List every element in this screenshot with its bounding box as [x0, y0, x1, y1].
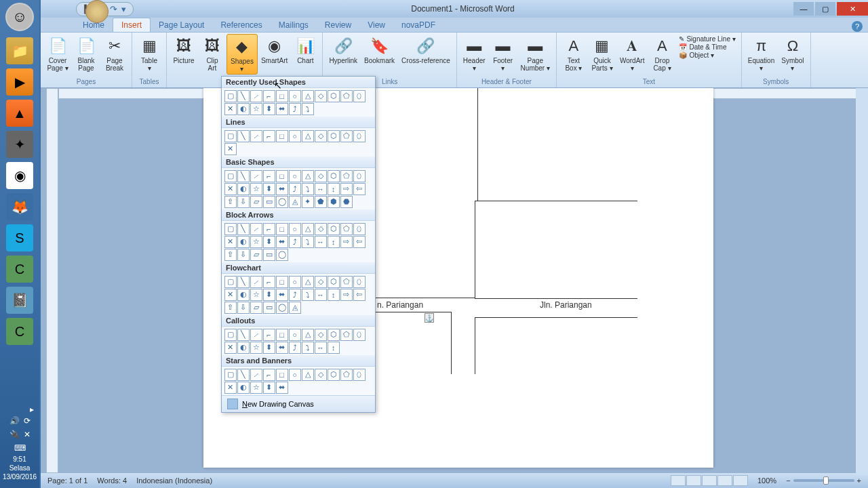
taskbar-chrome[interactable]: ◉ [6, 162, 33, 189]
shape-option[interactable]: △ [302, 369, 314, 381]
shape-option[interactable]: △ [302, 90, 314, 102]
shape-option[interactable]: ⟋ [250, 276, 262, 288]
shape-option[interactable]: □ [276, 170, 288, 182]
shape-option[interactable]: ⤴ [289, 183, 301, 195]
shape-option[interactable]: ⬡ [328, 276, 340, 288]
shape-option[interactable]: ○ [289, 170, 301, 182]
shape-option[interactable]: ☆ [250, 103, 262, 115]
shape-option[interactable]: ⤴ [289, 289, 301, 301]
shape-option[interactable]: ◇ [315, 276, 327, 288]
shape-option[interactable]: ⬌ [276, 382, 288, 394]
shape-option[interactable]: ▢ [224, 130, 237, 142]
shape-option[interactable]: ⟋ [250, 329, 262, 341]
shape-option[interactable]: ▢ [224, 170, 237, 182]
shape-option[interactable]: ⬌ [276, 236, 288, 248]
shape-option[interactable]: ⇧ [224, 302, 237, 314]
shape-option[interactable]: ⇩ [237, 302, 250, 314]
shape-option[interactable]: ⇩ [237, 196, 250, 208]
shape-option[interactable]: ⇧ [224, 249, 237, 261]
taskbar-vlc[interactable]: ▲ [6, 100, 33, 127]
shape-option[interactable]: ☆ [250, 289, 262, 301]
qat-redo-icon[interactable]: ↷ [110, 4, 117, 14]
shape-option[interactable]: ▭ [263, 196, 275, 208]
tray-icons[interactable]: 🔊⟳ [9, 416, 31, 426]
shape-option[interactable]: ⬍ [263, 289, 275, 301]
shape-option[interactable]: ○ [289, 90, 301, 102]
shape-option[interactable]: ◐ [237, 342, 250, 354]
shape-option[interactable]: ↕ [328, 289, 340, 301]
shape-option[interactable]: ↔ [315, 342, 327, 354]
help-icon[interactable]: ? [852, 21, 863, 32]
shape-option[interactable]: ⬌ [276, 183, 288, 195]
shape-option[interactable]: ○ [289, 223, 301, 235]
anchor-icon[interactable]: ⚓ [425, 313, 434, 323]
minimize-button[interactable]: — [793, 2, 814, 16]
shape-option[interactable]: ☆ [250, 382, 262, 394]
ribbon-cover[interactable]: 📄CoverPage ▾ [43, 34, 72, 73]
shape-option[interactable]: ▢ [224, 223, 237, 235]
shape-option[interactable]: ⤴ [289, 103, 301, 115]
shape-rect-5[interactable] [475, 317, 637, 374]
shape-option[interactable]: △ [302, 130, 314, 142]
shape-option[interactable]: ⬟ [315, 196, 327, 208]
ribbon-bookmark[interactable]: 🔖Bookmark [361, 34, 398, 66]
shape-option[interactable]: ◬ [289, 196, 301, 208]
shape-option[interactable]: ⬡ [328, 130, 340, 142]
shape-option[interactable]: ⟋ [250, 90, 262, 102]
shape-option[interactable]: ◐ [237, 236, 250, 248]
shape-option[interactable]: ⤵ [302, 103, 314, 115]
shape-option[interactable]: ╲ [237, 130, 250, 142]
shape-option[interactable]: ↔ [315, 183, 327, 195]
ribbon-table[interactable]: ▦Table▾ [135, 34, 163, 73]
shape-option[interactable]: ⬍ [263, 382, 275, 394]
shape-option[interactable]: △ [302, 329, 314, 341]
ribbon-hyperlink[interactable]: 🔗Hyperlink [326, 34, 361, 66]
shape-option[interactable]: ╲ [237, 90, 250, 102]
shape-option[interactable]: ⬍ [263, 103, 275, 115]
shape-option[interactable]: ⤵ [302, 342, 314, 354]
shape-option[interactable]: ⌐ [263, 170, 275, 182]
shape-option[interactable]: ☆ [250, 236, 262, 248]
shape-option[interactable]: ⌐ [263, 329, 275, 341]
shape-option[interactable]: ✕ [224, 236, 237, 248]
shape-option[interactable]: ⬌ [276, 289, 288, 301]
ribbon-small-item[interactable]: ✎Signature Line ▾ [679, 35, 735, 43]
view-draft[interactable] [733, 475, 748, 486]
view-full-screen[interactable] [686, 475, 701, 486]
ribbon-smartart[interactable]: ◉SmartArt [258, 34, 291, 66]
taskbar-skype[interactable]: S [6, 224, 33, 251]
zoom-in-icon[interactable]: + [857, 476, 861, 485]
shapes-new-canvas[interactable]: New Drawing Canvas [222, 395, 375, 412]
shape-option[interactable]: ⌐ [263, 369, 275, 381]
shape-option[interactable]: ✕ [224, 183, 237, 195]
tab-novapdf[interactable]: novaPDF [393, 18, 443, 32]
shape-option[interactable]: ◬ [289, 302, 301, 314]
shape-option[interactable]: ◇ [315, 223, 327, 235]
shape-option[interactable]: ⇦ [353, 289, 366, 301]
view-outline[interactable] [717, 475, 732, 486]
shape-option[interactable]: ⬍ [263, 236, 275, 248]
shape-option[interactable]: ⬠ [340, 276, 353, 288]
shape-option[interactable]: ↕ [328, 183, 340, 195]
shape-option[interactable]: ◐ [237, 289, 250, 301]
shape-option[interactable]: ⬠ [340, 170, 353, 182]
shape-option[interactable]: ⬌ [276, 103, 288, 115]
shape-option[interactable]: ⬯ [353, 90, 366, 102]
ribbon-clip[interactable]: 🖼ClipArt [198, 34, 226, 73]
shape-option[interactable]: ⌐ [263, 223, 275, 235]
shape-option[interactable]: ⤵ [302, 289, 314, 301]
shape-option[interactable]: □ [276, 329, 288, 341]
shape-option[interactable]: ⬡ [328, 170, 340, 182]
shape-option[interactable]: □ [276, 223, 288, 235]
shape-option[interactable]: ╲ [237, 223, 250, 235]
shape-option[interactable]: ⬠ [340, 369, 353, 381]
status-words[interactable]: Words: 4 [97, 476, 127, 485]
shape-option[interactable]: □ [276, 369, 288, 381]
ribbon-page[interactable]: ▬PageNumber ▾ [517, 34, 553, 73]
taskbar-clock[interactable]: 9:51 Selasa 13/09/2016 [3, 455, 37, 481]
shape-option[interactable]: ▱ [250, 196, 262, 208]
tab-references[interactable]: References [212, 18, 270, 32]
shape-option[interactable]: ⇩ [237, 249, 250, 261]
zoom-out-icon[interactable]: − [786, 476, 790, 485]
shape-option[interactable]: ⬯ [353, 130, 366, 142]
